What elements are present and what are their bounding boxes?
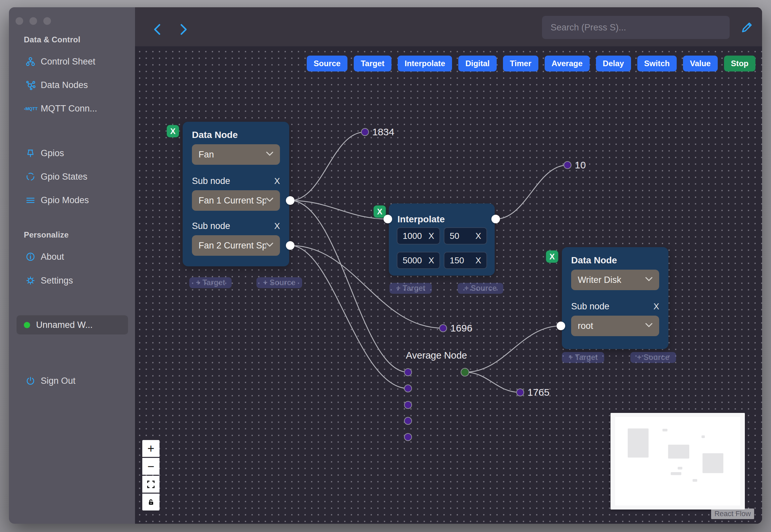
- lock-button[interactable]: [142, 494, 159, 510]
- minimize-window-button[interactable]: [29, 17, 37, 25]
- add-average-node-button[interactable]: Average: [545, 56, 590, 71]
- edge-fan1-to-interpolate[interactable]: [290, 200, 388, 219]
- edge-average-to-root[interactable]: [465, 326, 561, 372]
- delete-fan-node-button[interactable]: X: [167, 125, 179, 137]
- clear-value-button[interactable]: X: [429, 255, 434, 266]
- remove-sub-node-button[interactable]: X: [274, 221, 280, 231]
- interpolate-target-handle[interactable]: [384, 215, 392, 223]
- chevron-down-icon: [645, 277, 653, 283]
- add-delay-node-button[interactable]: Delay: [596, 56, 631, 71]
- zoom-window-button[interactable]: [43, 17, 51, 25]
- interpolate-node[interactable]: Interpolate 1000 X 50 X 5000 X 150 X: [389, 203, 495, 276]
- edge-average-to-1765[interactable]: [465, 372, 520, 392]
- edge-value-label: 1834: [372, 126, 394, 138]
- interpolate-source-handle[interactable]: [491, 215, 500, 223]
- interpolate-input-d[interactable]: 150 X: [444, 252, 487, 269]
- back-button[interactable]: [150, 22, 165, 37]
- writer-sub-select[interactable]: root: [571, 316, 659, 336]
- clear-value-button[interactable]: X: [476, 255, 481, 266]
- node-title: Data Node: [192, 130, 238, 140]
- stop-button[interactable]: Stop: [724, 56, 755, 71]
- zoom-in-button[interactable]: +: [142, 440, 159, 457]
- sidebar-item-sign-out[interactable]: Sign Out: [25, 373, 130, 389]
- add-timer-node-button[interactable]: Timer: [503, 56, 538, 71]
- edge-fan1-to-1834[interactable]: [290, 132, 365, 200]
- sidebar-item-control-sheet[interactable]: Control Sheet: [25, 54, 130, 69]
- remove-sub-node-button[interactable]: X: [274, 176, 280, 186]
- fan-sub2-select[interactable]: Fan 2 Current Spe: [192, 235, 280, 256]
- minimap-node: [668, 445, 689, 459]
- flow-canvas[interactable]: Source Target Interpolate Digital Timer …: [135, 46, 762, 524]
- minimap-node: [671, 472, 681, 475]
- fan-type-select[interactable]: Fan: [192, 144, 280, 165]
- sidebar-item-active-workflow[interactable]: Unnamed W...: [17, 315, 128, 334]
- sidebar: Data & Control Control Sheet Data Nodes …: [9, 7, 135, 524]
- fan-sub1-select[interactable]: Fan 1 Current Spe: [192, 190, 280, 211]
- delete-writer-node-button[interactable]: X: [546, 250, 558, 263]
- clear-value-button[interactable]: X: [429, 231, 434, 241]
- sidebar-item-gpio-states[interactable]: Gpio States: [25, 169, 130, 185]
- fan-sub1-source-handle[interactable]: [286, 196, 295, 205]
- add-source-node-button[interactable]: Source: [307, 56, 347, 71]
- fan-add-target-button[interactable]: + Target: [189, 277, 232, 288]
- fan-sub2-source-handle[interactable]: [286, 241, 295, 250]
- sidebar-item-gpios[interactable]: Gpios: [25, 145, 130, 161]
- average-target-handle-3[interactable]: [404, 401, 412, 409]
- fan-add-source-button[interactable]: + Source: [256, 277, 302, 288]
- edge-endpoint-dot[interactable]: [516, 388, 524, 396]
- add-switch-node-button[interactable]: Switch: [637, 56, 677, 71]
- sub-node-row: Sub node X: [192, 176, 280, 186]
- data-node-writer-disk[interactable]: Data Node Writer Disk Sub node X root: [562, 247, 668, 349]
- add-value-node-button[interactable]: Value: [683, 56, 718, 71]
- writer-add-target-button[interactable]: + Target: [562, 352, 604, 363]
- writer-root-target-handle[interactable]: [557, 322, 565, 330]
- interpolate-add-source-button[interactable]: + Source: [458, 283, 503, 294]
- edge-endpoint-dot[interactable]: [361, 128, 369, 136]
- average-target-handle-1[interactable]: [404, 368, 412, 376]
- interpolate-input-c[interactable]: 5000 X: [397, 252, 440, 269]
- search-input[interactable]: [542, 16, 730, 39]
- add-interpolate-node-button[interactable]: Interpolate: [398, 56, 452, 71]
- edge-endpoint-dot[interactable]: [564, 161, 571, 169]
- writer-type-select[interactable]: Writer Disk: [571, 270, 659, 290]
- interpolate-input-a[interactable]: 1000 X: [397, 227, 440, 244]
- edge-endpoint-dot[interactable]: [439, 324, 447, 332]
- data-node-fan[interactable]: Data Node Fan Sub node X Fan 1 Current S…: [183, 122, 289, 266]
- edge-interpolate-to-10[interactable]: [496, 165, 567, 219]
- minimap[interactable]: [611, 413, 745, 510]
- remove-sub-node-button[interactable]: X: [654, 301, 659, 312]
- window-controls: [16, 17, 51, 25]
- average-target-handle-4[interactable]: [404, 417, 412, 425]
- minimap-node: [693, 479, 697, 482]
- forward-button[interactable]: [176, 22, 191, 37]
- minimap-viewport: [615, 417, 740, 506]
- sidebar-item-settings[interactable]: Settings: [25, 273, 130, 288]
- interpolate-add-target-button[interactable]: + Target: [389, 283, 432, 294]
- pencil-icon: [740, 20, 754, 34]
- sidebar-item-data-nodes[interactable]: Data Nodes: [25, 77, 130, 93]
- close-window-button[interactable]: [16, 17, 23, 25]
- sidebar-item-about[interactable]: About: [25, 249, 130, 265]
- add-target-node-button[interactable]: Target: [354, 56, 391, 71]
- average-source-handle[interactable]: [461, 368, 469, 377]
- zoom-out-button[interactable]: −: [142, 458, 159, 475]
- react-flow-attribution[interactable]: React Flow: [711, 509, 754, 519]
- sidebar-section-personalize: Personalize: [24, 230, 69, 240]
- minimap-node: [678, 467, 682, 469]
- chevron-down-icon: [266, 152, 273, 157]
- delete-interpolate-node-button[interactable]: X: [374, 205, 386, 218]
- add-digital-node-button[interactable]: Digital: [458, 56, 496, 71]
- chevron-down-icon: [266, 198, 273, 203]
- sidebar-item-gpio-modes[interactable]: Gpio Modes: [25, 192, 130, 208]
- sidebar-item-mqtt-connections[interactable]: ▪MQTT MQTT Conn...: [25, 101, 130, 116]
- average-target-handle-2[interactable]: [404, 384, 412, 392]
- edit-button[interactable]: [739, 19, 756, 36]
- average-target-handle-5[interactable]: [404, 433, 412, 441]
- interpolate-input-b[interactable]: 50 X: [444, 227, 487, 244]
- sidebar-section-data-control: Data & Control: [24, 35, 80, 44]
- edge-value-label: 1696: [450, 323, 473, 334]
- clear-value-button[interactable]: X: [476, 231, 481, 241]
- sidebar-item-label: Data Nodes: [41, 80, 88, 90]
- writer-add-source-button[interactable]: + Source: [630, 352, 676, 363]
- fit-view-button[interactable]: [142, 476, 159, 493]
